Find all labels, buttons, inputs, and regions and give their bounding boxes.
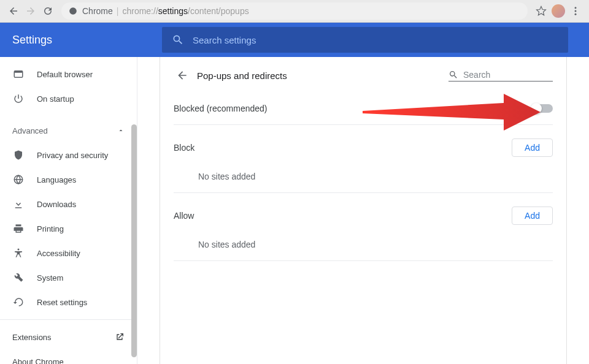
browser-toolbar: Chrome | chrome://settings/content/popup… [0,0,589,23]
shield-icon [12,149,25,161]
sidebar-item-languages[interactable]: Languages [0,167,137,192]
sidebar-item-system[interactable]: System [0,265,137,290]
toggle-knob [531,103,542,114]
allow-section-title: Allow [174,211,194,221]
sidebar-item-label: Downloads [37,200,76,209]
bookmark-star-icon[interactable] [533,2,550,20]
sidebar-item-about[interactable]: About Chrome [0,349,137,364]
page-title: Pop-ups and redirects [197,70,287,81]
allow-add-button[interactable]: Add [512,207,553,225]
wrench-icon [12,271,25,284]
browser-icon [12,68,25,80]
address-bar[interactable]: Chrome | chrome://settings/content/popup… [61,2,528,20]
accessibility-icon [12,247,25,259]
sidebar-item-label: Languages [37,175,76,184]
sidebar-item-default-browser[interactable]: Default browser [0,62,137,86]
svg-point-2 [575,10,577,12]
sidebar-item-label: Extensions [12,333,52,342]
sidebar-item-label: About Chrome [12,357,64,365]
block-section-title: Block [174,143,194,153]
settings-title: Settings [12,34,162,47]
settings-search[interactable] [162,27,568,53]
sidebar-item-reset[interactable]: Reset settings [0,290,137,314]
settings-header: Settings [0,23,589,57]
sidebar: Default browser On startup Advanced Priv… [0,57,137,364]
settings-search-input[interactable] [193,35,558,45]
url-label: Chrome [82,6,113,16]
external-link-icon [115,332,125,342]
sidebar-item-label: On startup [37,94,74,104]
sidebar-item-downloads[interactable]: Downloads [0,192,137,216]
sidebar-item-label: Reset settings [37,298,87,307]
block-add-button[interactable]: Add [512,138,553,157]
search-icon [172,34,184,46]
sidebar-item-accessibility[interactable]: Accessibility [0,241,137,265]
search-icon [448,70,458,80]
sidebar-item-extensions[interactable]: Extensions [0,325,137,349]
page-search-input[interactable] [463,70,537,80]
svg-point-3 [575,13,577,15]
back-button[interactable] [5,2,22,20]
svg-point-0 [69,7,77,15]
svg-rect-5 [14,71,23,73]
sidebar-item-label: Accessibility [37,249,80,258]
sidebar-item-label: Default browser [37,70,93,79]
forward-button[interactable] [22,2,39,20]
browser-menu-icon[interactable] [567,2,584,20]
restore-icon [12,296,25,308]
svg-point-7 [18,249,20,251]
profile-avatar[interactable] [550,2,567,20]
globe-icon [12,173,25,186]
download-icon [12,198,25,210]
sidebar-item-label: Privacy and security [37,151,108,160]
blocked-label: Blocked (recommended) [174,104,268,113]
sidebar-item-on-startup[interactable]: On startup [0,86,137,111]
page-search[interactable] [448,70,553,82]
sidebar-item-privacy[interactable]: Privacy and security [0,143,137,167]
power-icon [12,93,25,105]
sidebar-item-label: Printing [37,224,64,233]
main-content: Pop-ups and redirects Blocked (recommend… [137,57,589,364]
url-strong: settings [158,6,188,16]
printer-icon [12,222,25,235]
scrollbar[interactable] [131,124,137,357]
blocked-toggle[interactable] [532,104,553,113]
chevron-up-icon [117,127,125,134]
url-rest: /content/popups [188,6,249,16]
url-scheme: chrome:// [122,6,158,16]
sidebar-advanced-label: Advanced [12,126,48,135]
svg-point-1 [575,7,577,9]
block-empty-message: No sites added [174,165,553,193]
sidebar-advanced-toggle[interactable]: Advanced [0,118,137,143]
sidebar-item-label: System [37,273,63,282]
reload-button[interactable] [39,2,56,20]
allow-empty-message: No sites added [174,233,553,261]
page-back-button[interactable] [174,67,191,84]
sidebar-item-printing[interactable]: Printing [0,216,137,241]
